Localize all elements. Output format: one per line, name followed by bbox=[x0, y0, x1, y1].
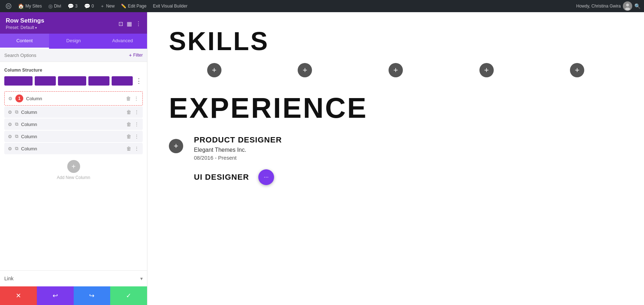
add-skill-col-3[interactable]: + bbox=[389, 63, 403, 77]
search-input[interactable] bbox=[4, 53, 129, 58]
speech-bubble-icon: 💬 bbox=[68, 3, 74, 9]
save-button[interactable]: ✓ bbox=[110, 286, 147, 305]
filter-button[interactable]: + Filter bbox=[129, 52, 143, 58]
col-layout-2[interactable] bbox=[35, 76, 56, 86]
add-column-label: Add New Column bbox=[57, 175, 90, 180]
tab-content[interactable]: Content bbox=[0, 34, 49, 49]
filter-plus-icon: + bbox=[129, 52, 132, 58]
col-layout-4[interactable] bbox=[88, 76, 109, 86]
expand-icon[interactable]: ⊡ bbox=[118, 20, 123, 27]
add-exp-col[interactable]: + bbox=[169, 139, 183, 153]
column-row-4: ⚙ ⧉ Column 🗑 ⋮ bbox=[4, 131, 143, 142]
panel-title: Row Settings bbox=[6, 17, 44, 24]
column-label-3: Column bbox=[21, 122, 123, 127]
more-icon-3[interactable]: ⋮ bbox=[134, 121, 139, 127]
column-row-2: ⚙ ⧉ Column 🗑 ⋮ bbox=[4, 106, 143, 118]
cancel-button[interactable]: ✕ bbox=[0, 286, 37, 305]
company-1: Elegant Themes Inc. bbox=[194, 147, 623, 153]
panel-tabs: Content Design Advanced bbox=[0, 34, 147, 49]
add-skill-col-1[interactable]: + bbox=[207, 63, 221, 77]
tab-design[interactable]: Design bbox=[49, 34, 98, 49]
settings-icon-4[interactable]: ⚙ bbox=[8, 134, 12, 139]
add-skill-col-2[interactable]: + bbox=[298, 63, 312, 77]
column-row-3: ⚙ ⧉ Column 🗑 ⋮ bbox=[4, 118, 143, 130]
experience-content: PRODUCT DESIGNER Elegant Themes Inc. 08/… bbox=[194, 135, 623, 185]
user-greeting: Howdy, Christina Gwira bbox=[576, 4, 621, 9]
duplicate-icon-2[interactable]: ⧉ bbox=[15, 109, 18, 115]
admin-bar: W 🏠 My Sites ◎ Divi 💬 3 💬 0 ＋ New ✏️ Edi… bbox=[0, 0, 644, 12]
more-options-icon[interactable]: ⋮ bbox=[136, 20, 141, 27]
undo-button[interactable]: ↩ bbox=[37, 286, 74, 305]
divi-link[interactable]: ◎ Divi bbox=[46, 0, 63, 12]
col-layout-5[interactable] bbox=[112, 76, 133, 86]
duplicate-icon-4[interactable]: ⧉ bbox=[15, 134, 18, 139]
delete-icon-5[interactable]: 🗑 bbox=[126, 146, 131, 151]
panel-header: Row Settings Preset: Default ▾ ⊡ ▦ ⋮ bbox=[0, 12, 147, 34]
link-header[interactable]: Link ▾ bbox=[4, 276, 143, 281]
column-row-5: ⚙ ⧉ Column 🗑 ⋮ bbox=[4, 143, 143, 154]
search-icon[interactable]: 🔍 bbox=[634, 3, 640, 9]
avatar[interactable] bbox=[623, 1, 632, 11]
column-label-2: Column bbox=[21, 110, 123, 115]
dropdown-arrow-icon: ▾ bbox=[35, 26, 37, 30]
divi-icon: ◎ bbox=[48, 3, 53, 9]
job-title-2-row: UI DESIGNER ··· bbox=[194, 169, 623, 185]
ellipsis-icon: ··· bbox=[264, 174, 268, 180]
redo-button[interactable]: ↪ bbox=[74, 286, 111, 305]
comment-count-link[interactable]: 💬 0 bbox=[82, 0, 96, 12]
wp-logo[interactable]: W bbox=[4, 1, 14, 11]
delete-icon-4[interactable]: 🗑 bbox=[126, 134, 131, 139]
delete-icon-1[interactable]: 🗑 bbox=[126, 96, 131, 101]
link-section: Link ▾ bbox=[0, 270, 147, 286]
column-row-1: ⚙ 1 Column 🗑 ⋮ bbox=[4, 91, 143, 106]
col-row-actions-5: 🗑 ⋮ bbox=[126, 146, 139, 151]
svg-point-4 bbox=[625, 8, 630, 10]
link-label: Link bbox=[4, 276, 14, 281]
tab-advanced[interactable]: Advanced bbox=[98, 34, 147, 49]
duplicate-icon-5[interactable]: ⧉ bbox=[15, 146, 18, 151]
col-row-actions-2: 🗑 ⋮ bbox=[126, 109, 139, 115]
exp-add-col: + bbox=[169, 135, 183, 153]
settings-icon-2[interactable]: ⚙ bbox=[8, 110, 12, 115]
comment-icon: 💬 bbox=[84, 3, 90, 9]
duplicate-icon-3[interactable]: ⧉ bbox=[15, 121, 18, 127]
canvas-area: SKILLS + + + + + EXPERIENCE + PRODUCT DE… bbox=[147, 12, 644, 305]
settings-icon-5[interactable]: ⚙ bbox=[8, 146, 12, 151]
more-icon-1[interactable]: ⋮ bbox=[134, 96, 139, 101]
more-icon-4[interactable]: ⋮ bbox=[134, 134, 139, 139]
layout-icon[interactable]: ▦ bbox=[127, 20, 132, 27]
edit-page-button[interactable]: ✏️ Edit Page bbox=[119, 0, 148, 12]
add-column-area: + Add New Column bbox=[4, 154, 143, 186]
col-row-actions-1: 🗑 ⋮ bbox=[126, 96, 139, 101]
date-1: 08/2016 - Present bbox=[194, 155, 623, 161]
admin-bar-right: Howdy, Christina Gwira 🔍 bbox=[576, 1, 640, 11]
add-skill-col-4[interactable]: + bbox=[479, 63, 494, 77]
column-structure-title: Column Structure bbox=[4, 68, 143, 73]
main-layout: Row Settings Preset: Default ▾ ⊡ ▦ ⋮ Con… bbox=[0, 12, 644, 305]
more-icon-5[interactable]: ⋮ bbox=[134, 146, 139, 151]
delete-icon-2[interactable]: 🗑 bbox=[126, 109, 131, 115]
delete-icon-3[interactable]: 🗑 bbox=[126, 121, 131, 127]
add-skill-col-5[interactable]: + bbox=[570, 63, 584, 77]
more-icon-2[interactable]: ⋮ bbox=[134, 109, 139, 115]
pencil-icon: ✏️ bbox=[121, 4, 126, 9]
col-layout-1[interactable] bbox=[4, 76, 33, 86]
new-button[interactable]: ＋ New bbox=[98, 0, 117, 12]
my-sites-link[interactable]: 🏠 My Sites bbox=[16, 0, 44, 12]
column-badge-1: 1 bbox=[15, 95, 23, 102]
svg-text:W: W bbox=[7, 4, 10, 8]
exit-builder-button[interactable]: Exit Visual Builder bbox=[151, 0, 190, 12]
settings-icon-1[interactable]: ⚙ bbox=[8, 96, 13, 101]
column-label-4: Column bbox=[21, 134, 123, 139]
col-layout-3[interactable] bbox=[58, 76, 86, 86]
panel-subtitle: Preset: Default ▾ bbox=[6, 25, 44, 30]
bottom-bar: ✕ ↩ ↪ ✓ bbox=[0, 286, 147, 305]
svg-point-3 bbox=[626, 4, 629, 6]
settings-icon-3[interactable]: ⚙ bbox=[8, 122, 12, 127]
comment-bubble[interactable]: ··· bbox=[258, 169, 274, 185]
comments-link[interactable]: 💬 3 bbox=[65, 0, 80, 12]
col-more-icon[interactable]: ⋮ bbox=[135, 77, 143, 85]
job-title-2: UI DESIGNER bbox=[194, 173, 249, 182]
add-column-button[interactable]: + bbox=[67, 160, 80, 173]
column-label-5: Column bbox=[21, 146, 123, 151]
